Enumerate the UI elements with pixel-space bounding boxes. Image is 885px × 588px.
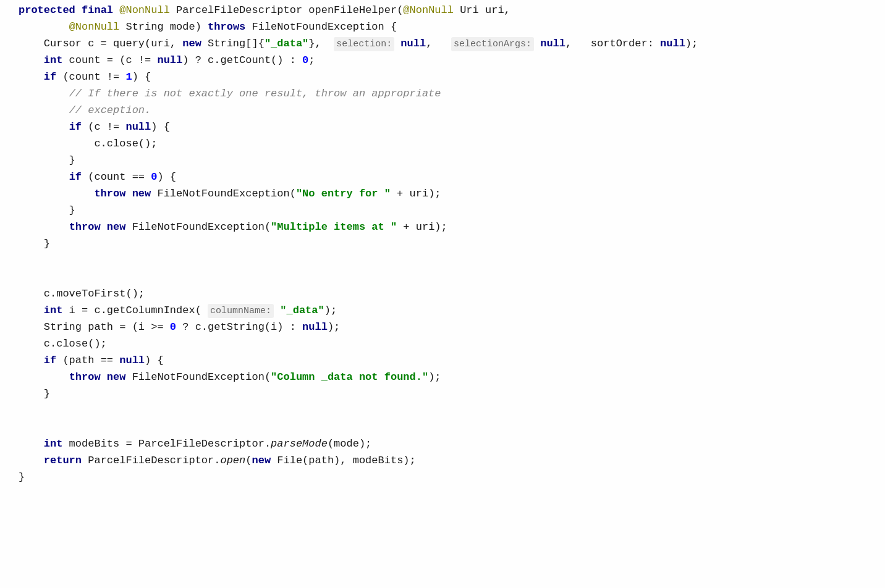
code-token-param-hint: selectionArgs: [451,37,534,51]
code-line: } [0,203,885,219]
code-line: int i = c.getColumnIndex( columnName: "_… [0,303,885,319]
code-token-plain: String mode) [119,19,208,35]
code-token-plain: ? c.getString(i) : [176,319,302,335]
code-token-plain: c.close(); [19,136,157,152]
code-token-kw-if: if [44,69,56,85]
code-token-plain [19,453,44,469]
code-token-plain [19,52,44,69]
code-token-number: 0 [151,169,157,185]
code-token-plain [19,303,44,319]
code-line: int count = (c != null) ? c.getCount() :… [0,52,885,69]
code-token-plain: } [19,236,50,252]
code-token-plain: i = c.getColumnIndex( [62,303,208,319]
code-token-plain: modeBits = ParcelFileDescriptor. [62,436,271,452]
code-line [0,419,885,436]
code-token-number: 0 [302,52,308,69]
code-token-kw-new: new [182,36,201,52]
code-token-plain: (count != [56,69,125,85]
code-token-string-literal: "_data" [280,303,324,319]
code-token-plain [394,36,400,52]
code-token-plain: ) { [145,353,164,369]
code-line: throw new FileNotFoundException("No entr… [0,186,885,203]
code-token-kw-null: null [119,353,145,369]
code-token-plain: ( [245,453,252,469]
code-token-plain: String path = (i >= [19,319,170,335]
code-token-kw-if: if [69,169,82,185]
code-token-plain: File(path), modeBits); [271,453,416,469]
code-token-plain: Cursor c = query(uri, [19,36,182,52]
code-token-plain [274,303,280,319]
code-line: c.moveToFirst(); [0,286,885,303]
code-token-plain [19,169,69,185]
code-token-plain: ) ? c.getCount() : [182,52,302,69]
code-token-plain: ) { [157,169,176,185]
code-line: @NonNull String mode) throws FileNotFoun… [0,19,885,36]
code-line [0,253,885,269]
code-token-plain: FileNotFoundException( [151,186,296,202]
code-token-kw-protected: protected [19,2,75,19]
code-token-plain: ; [308,52,315,69]
code-line: protected final @NonNull ParcelFileDescr… [0,2,885,19]
code-token-plain: ); [328,319,340,335]
code-token-plain: (c != [82,119,125,135]
code-container: protected final @NonNull ParcelFileDescr… [0,0,885,498]
code-token-plain [19,436,44,452]
code-token-kw-new: new [107,369,126,385]
code-token-comment: // If there is not exactly one result, t… [69,86,441,102]
code-token-plain: c.moveToFirst(); [19,286,145,302]
code-token-kw-int: int [44,303,63,319]
code-line: } [0,386,885,403]
code-token-kw-throw: throw [94,186,125,202]
code-token-kw-null: null [540,36,565,52]
code-token-plain: ); [685,36,698,52]
code-token-plain [534,36,540,52]
code-token-number: 0 [170,319,176,335]
code-token-plain: FileNotFoundException( [125,219,271,235]
code-line [0,269,885,286]
code-token-plain [75,2,82,19]
code-line: // If there is not exactly one result, t… [0,86,885,103]
code-token-plain: } [19,469,25,485]
code-token-plain [19,353,44,369]
code-line: String path = (i >= 0 ? c.getString(i) :… [0,319,885,336]
code-token-plain: } [19,386,50,402]
code-token-comment: // exception. [69,103,151,119]
code-token-kw-null: null [400,36,426,52]
code-line: } [0,469,885,486]
code-line: return ParcelFileDescriptor.open(new Fil… [0,453,885,469]
code-line: } [0,153,885,169]
code-token-plain: c.close(); [19,336,107,352]
code-token-kw-new: new [132,186,151,202]
code-token-plain: + uri); [397,219,447,235]
code-token-string-literal: "Column _data not found." [271,369,428,385]
code-token-kw-null: null [157,52,182,69]
code-token-kw-final: final [82,2,113,19]
code-token-plain: ParcelFileDescriptor. [82,453,220,469]
code-token-plain [19,19,69,35]
code-token-plain: (mode); [328,436,371,452]
code-token-kw-new: new [252,453,271,469]
code-token-plain: FileNotFoundException { [245,19,397,35]
code-token-annotation: @NonNull [119,2,170,19]
code-token-kw-throw: throw [69,219,101,235]
code-token-plain: ) { [151,119,170,135]
code-token-kw-null: null [660,36,685,52]
code-token-annotation: @NonNull [403,2,454,19]
code-line: // exception. [0,103,885,119]
code-line: throw new FileNotFoundException("Column … [0,369,885,386]
code-token-plain [125,186,132,202]
code-token-plain: ); [428,369,441,385]
code-line: c.close(); [0,336,885,353]
code-token-plain: }, [308,36,334,52]
code-token-kw-int: int [44,52,63,69]
code-token-plain: Uri uri, [454,2,510,19]
code-token-plain: } [19,203,75,219]
code-token-param-hint: selection: [334,37,394,51]
code-line: if (count != 1) { [0,69,885,86]
code-token-kw-throw: throw [69,369,101,385]
code-token-italic-method: open [220,453,245,469]
code-token-kw-int: int [44,436,63,452]
code-token-plain [19,103,69,119]
code-token-kw-throws: throws [208,19,245,35]
code-token-plain: ); [324,303,337,319]
